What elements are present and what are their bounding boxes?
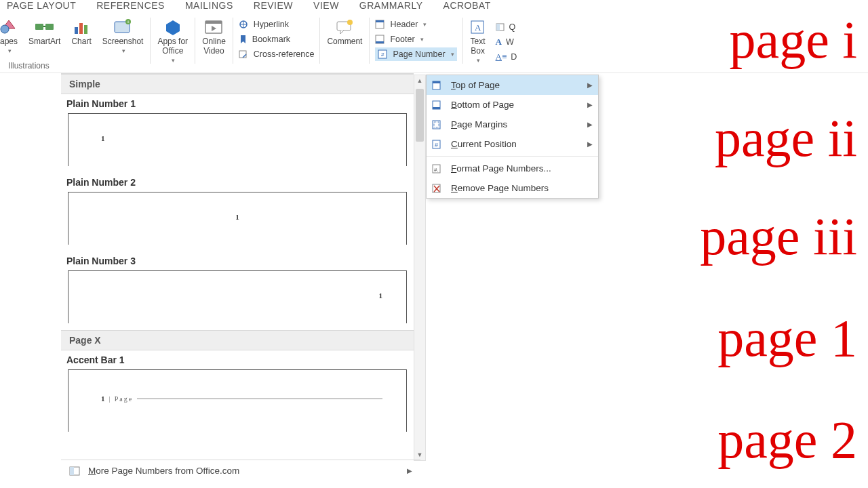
header-button[interactable]: Header ▾ xyxy=(375,18,456,31)
smartart-button[interactable]: SmartArt xyxy=(23,18,66,46)
submenu-arrow-icon: ▶ xyxy=(587,101,593,108)
svg-rect-11 xyxy=(205,21,222,24)
svg-text:#: # xyxy=(381,52,384,58)
hyperlink-button[interactable]: Hyperlink xyxy=(239,18,315,31)
menu-page-margins[interactable]: Page Margins ▶ xyxy=(427,115,598,134)
annotation-page-ii: page ii xyxy=(715,112,857,165)
footer-icon xyxy=(375,35,386,44)
tab-page-layout[interactable]: PAGE LAYOUT xyxy=(7,0,76,11)
gallery-item-plain-number-1[interactable]: 1 xyxy=(68,113,407,166)
chart-button[interactable]: Chart xyxy=(66,18,96,46)
screenshot-button[interactable]: + Screenshot ▾ xyxy=(97,18,149,56)
tab-view[interactable]: VIEW xyxy=(313,0,339,11)
svg-rect-2 xyxy=(45,24,54,30)
shapes-label: apes xyxy=(0,37,18,46)
page-number-label: Page Number xyxy=(393,49,445,59)
footer-label: Footer xyxy=(390,35,414,44)
apps-icon xyxy=(165,18,181,37)
group-text: A Text Box ▾ Q A W A≡ D xyxy=(463,18,523,64)
screenshot-icon: + xyxy=(113,18,132,37)
menu-current-position[interactable]: # Current Position ▶ xyxy=(427,134,598,154)
remove-numbers-icon xyxy=(432,184,444,193)
comment-button[interactable]: Comment xyxy=(321,18,368,46)
gallery-item-title: Accent Bar 1 xyxy=(61,350,414,369)
tab-review[interactable]: REVIEW xyxy=(254,0,293,11)
page-number-gallery: Simple Plain Number 1 1 Plain Number 2 1… xyxy=(61,73,414,480)
online-video-button[interactable]: Online Video xyxy=(197,18,231,56)
tab-mailings[interactable]: MAILINGS xyxy=(185,0,233,11)
svg-marker-9 xyxy=(166,20,180,35)
links-stack: Hyperlink Bookmark Cross-reference xyxy=(235,18,319,61)
gallery-item-plain-number-3[interactable]: 1 xyxy=(68,270,407,323)
svg-rect-32 xyxy=(433,107,440,109)
header-icon xyxy=(375,20,386,29)
gallery-item-accent-bar-1[interactable]: 1 | Page xyxy=(68,369,407,432)
crossref-button[interactable]: Cross-reference xyxy=(239,47,315,61)
menu-remove-page-numbers[interactable]: Remove Page Numbers xyxy=(427,178,598,198)
annotation-page-iii: page iii xyxy=(700,210,857,263)
scroll-thumb[interactable] xyxy=(416,89,424,142)
group-comments: Comment xyxy=(320,18,370,64)
office-icon xyxy=(69,466,81,476)
video-icon xyxy=(204,18,223,37)
scroll-up-icon[interactable]: ▲ xyxy=(414,75,425,86)
apps-for-office-button[interactable]: Apps for Office ▾ xyxy=(152,18,193,65)
text-box-button[interactable]: A Text Box ▾ xyxy=(465,18,492,65)
gallery-item-plain-number-2[interactable]: 1 xyxy=(68,192,407,245)
chevron-down-icon: ▾ xyxy=(172,56,175,65)
gallery-section-simple: Simple xyxy=(61,74,414,94)
more-page-numbers-link[interactable]: More Page Numbers from Office.com ▶ xyxy=(61,460,420,481)
submenu-arrow-icon: ▶ xyxy=(587,81,593,89)
wordart-icon: A xyxy=(496,37,502,47)
screenshot-label: Screenshot xyxy=(102,37,144,46)
shapes-icon xyxy=(0,18,18,37)
hyperlink-icon xyxy=(239,20,250,29)
chevron-down-icon: ▾ xyxy=(451,51,454,58)
preview-number: 1 xyxy=(101,394,105,403)
chevron-down-icon: ▾ xyxy=(8,46,12,56)
drop-cap-icon: A≡ xyxy=(496,52,507,62)
wordart-button[interactable]: A W xyxy=(496,35,517,49)
quick-parts-button[interactable]: Q xyxy=(496,20,517,34)
submenu-arrow-icon: ▶ xyxy=(587,140,593,148)
gallery-scrollbar[interactable]: ▲ ▼ xyxy=(414,75,426,461)
chevron-down-icon: ▾ xyxy=(477,56,480,65)
preview-text: Page xyxy=(115,395,133,403)
page-top-icon xyxy=(432,81,444,90)
page-current-icon: # xyxy=(432,140,444,149)
page-number-button[interactable]: # Page Number ▾ xyxy=(375,47,456,61)
svg-rect-30 xyxy=(433,81,440,83)
scroll-down-icon[interactable]: ▼ xyxy=(414,449,425,460)
gallery-section-page-x: Page X xyxy=(61,330,414,350)
tab-acrobat[interactable]: ACROBAT xyxy=(443,0,491,11)
shapes-button[interactable]: apes ▾ xyxy=(0,18,23,56)
crossref-label: Cross-reference xyxy=(254,49,315,59)
svg-text:A: A xyxy=(475,22,481,33)
gallery-item-title: Plain Number 3 xyxy=(61,251,414,270)
annotation-page-1: page 1 xyxy=(717,312,857,365)
hyperlink-label: Hyperlink xyxy=(254,20,289,29)
gallery-item-title: Plain Number 2 xyxy=(61,173,414,192)
format-numbers-icon: #. xyxy=(432,164,444,174)
text-box-icon: A xyxy=(470,18,486,37)
svg-point-0 xyxy=(1,25,9,33)
chevron-down-icon: ▾ xyxy=(423,21,427,28)
bookmark-icon xyxy=(239,35,248,44)
footer-button[interactable]: Footer ▾ xyxy=(375,33,456,46)
chevron-down-icon: ▾ xyxy=(122,46,125,56)
crossref-icon xyxy=(239,49,250,59)
menu-format-page-numbers[interactable]: #. Format Page Numbers... xyxy=(427,159,598,178)
svg-rect-28 xyxy=(70,467,74,475)
menu-top-of-page[interactable]: Top of Page ▶ xyxy=(427,75,598,95)
preview-number: 1 xyxy=(101,134,105,142)
tab-references[interactable]: REFERENCES xyxy=(96,0,165,11)
bookmark-button[interactable]: Bookmark xyxy=(239,33,315,46)
svg-marker-12 xyxy=(212,26,216,31)
bookmark-label: Bookmark xyxy=(252,35,290,44)
drop-cap-button[interactable]: A≡ D xyxy=(496,50,517,64)
tab-grammarly[interactable]: GRAMMARLY xyxy=(359,0,423,11)
svg-rect-20 xyxy=(376,41,384,43)
annotation-page-2: page 2 xyxy=(717,413,857,466)
menu-bottom-of-page[interactable]: Bottom of Page ▶ xyxy=(427,95,598,115)
preview-number: 1 xyxy=(235,213,239,221)
